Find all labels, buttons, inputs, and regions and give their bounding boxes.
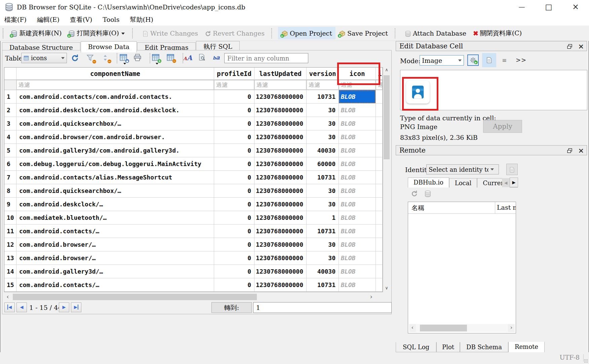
cell-extra[interactable] [376,130,383,144]
cell-version[interactable]: 40030 [307,144,339,157]
cell-lastUpdated[interactable]: 1230768000000 [254,130,307,144]
next-page-button[interactable]: ▶ [59,302,69,312]
sort-az-button[interactable]: ba [213,54,222,63]
goto-record-input[interactable] [253,302,392,313]
cell-icon[interactable]: BLOB [339,104,376,117]
col-header-lastUpdated[interactable]: lastUpdated [254,68,307,80]
cell-lastUpdated[interactable]: 1230768000000 [254,251,307,265]
connect-identity-button[interactable] [506,164,518,175]
col-header-version[interactable]: version [307,68,339,80]
cell-componentName[interactable]: com.mediatek.bluetooth/… [16,211,214,225]
cell-version[interactable]: 30 [307,198,339,211]
cell-extra[interactable] [376,104,383,117]
scroll-right-icon[interactable]: › [367,293,375,301]
cell-profileId[interactable]: 0 [214,211,254,225]
cell-componentName[interactable]: com.android.browser/com.android.browser. [16,130,214,144]
identity-select[interactable]: Select an identity to conne [426,164,499,174]
menu-view[interactable]: 查看(V) [66,14,97,26]
cell-icon[interactable]: BLOB [339,157,376,171]
cell-version[interactable]: 30 [307,238,339,251]
cell-icon[interactable]: BLOB [339,238,376,251]
open-database-button[interactable]: ▸ 打開資料庫(O) [65,27,128,40]
cell-icon[interactable]: BLOB [339,171,376,184]
cell-icon[interactable]: BLOB [339,265,376,278]
cell-icon[interactable]: BLOB [339,130,376,144]
cell-icon[interactable]: BLOB [339,278,376,292]
delete-record-button[interactable]: − [166,53,175,62]
cell-profileId[interactable]: 0 [214,225,254,238]
cell-icon[interactable]: BLOB [339,251,376,265]
dock-tab-plot[interactable]: Plot [436,342,460,352]
cell-extra[interactable] [376,265,383,278]
cell-profileId[interactable]: 0 [214,104,254,117]
cell-componentName[interactable]: com.android.gallery3d/com.android.galler… [16,144,214,157]
resize-grip[interactable] [584,359,588,363]
menu-tools[interactable]: Tools [99,14,124,25]
cell-componentName[interactable]: com.android.quicksearchbox/… [16,184,214,198]
filter-lastUpdated[interactable]: 過濾 [254,80,307,90]
mode-select[interactable]: Image [420,55,464,66]
column-divider[interactable] [495,202,495,213]
grid-horizontal-scrollbar[interactable]: ‹ › [4,293,382,301]
grid-vertical-scrollbar[interactable]: ∧ ∨ [383,67,390,292]
cell-version[interactable]: 60000 [307,157,339,171]
cell-extra[interactable] [376,238,383,251]
menu-file[interactable]: 檔案(F) [0,14,31,26]
cell-icon[interactable]: BLOB [339,184,376,198]
cell-lastUpdated[interactable]: 1230768000000 [254,211,307,225]
new-database-button[interactable]: + 新建資料庫(N) [7,27,65,40]
cell-componentName[interactable]: com.android.gallery3d/… [16,265,214,278]
cell-profileId[interactable]: 0 [214,130,254,144]
menu-help[interactable]: 幫助(H) [126,14,158,26]
cell-profileId[interactable]: 0 [214,90,254,104]
cell-extra[interactable] [376,157,383,171]
cell-extra[interactable] [376,225,383,238]
remote-tab-dbhub[interactable]: DBHub.io [408,177,449,188]
filter-componentName[interactable]: 過濾 [16,80,214,90]
save-project-button[interactable]: ▪ Save Project [336,27,391,39]
cell-lastUpdated[interactable]: 1230768000000 [254,104,307,117]
cell-icon[interactable]: BLOB [339,198,376,211]
tab-browse-data[interactable]: Browse Data [81,41,137,52]
scroll-left-icon[interactable]: ‹ [4,293,11,301]
cell-version[interactable]: 30 [307,117,339,130]
close-button[interactable]: × [562,0,589,14]
cell-version[interactable]: 30 [307,104,339,117]
cell-lastUpdated[interactable]: 1230768000000 [254,171,307,184]
cell-lastUpdated[interactable]: 1230768000000 [254,184,307,198]
cell-icon[interactable]: BLOB [339,225,376,238]
cell-icon[interactable]: BLOB [339,90,376,104]
insert-record-dropdown-icon[interactable] [156,63,158,66]
print-button[interactable] [133,53,142,62]
cell-lastUpdated[interactable]: 1230768000000 [254,238,307,251]
scroll-down-icon[interactable]: ∨ [383,285,390,292]
maximize-button[interactable]: □ [535,0,562,14]
cell-version[interactable]: 30 [307,184,339,198]
cell-profileId[interactable]: 0 [214,157,254,171]
cell-extra[interactable] [376,211,383,225]
cell-componentName[interactable]: com.android.deskclock/com.android.deskcl… [16,104,214,117]
apply-button[interactable]: Apply [483,120,522,133]
close-dock-icon[interactable]: × [578,147,584,154]
remote-refresh-button[interactable] [411,190,418,197]
remote-tab-local[interactable]: Local [449,178,477,188]
attach-database-button[interactable]: Attach Database [401,27,470,39]
cell-profileId[interactable]: 0 [214,198,254,211]
tab-scroll-left-icon[interactable]: ◀ [502,178,510,187]
text-mode-button[interactable] [482,53,496,67]
revert-changes-button[interactable]: Revert Changes [201,27,268,39]
tab-scroll-right-icon[interactable]: ▶ [510,177,518,187]
insert-record-button[interactable]: + [152,53,160,62]
dock-tab-sql-log[interactable]: SQL Log [396,342,436,352]
col-header-profileId[interactable]: profileId [214,68,254,80]
scroll-right-icon[interactable]: › [508,324,515,332]
cell-componentName[interactable]: com.android.browser/… [16,251,214,265]
col-header-componentName[interactable]: componentName [16,68,214,80]
dock-tab-db-schema[interactable]: DB Schema [460,342,508,352]
vertical-scroll-thumb[interactable] [384,75,390,159]
save-results-button[interactable]: ▪ [119,53,128,62]
cell-componentName[interactable]: com.debug.loggerui/com.debug.loggerui.Ma… [16,157,214,171]
remote-clone-db-button[interactable] [424,190,431,197]
cell-extra[interactable] [376,144,383,157]
cell-extra[interactable] [376,171,383,184]
